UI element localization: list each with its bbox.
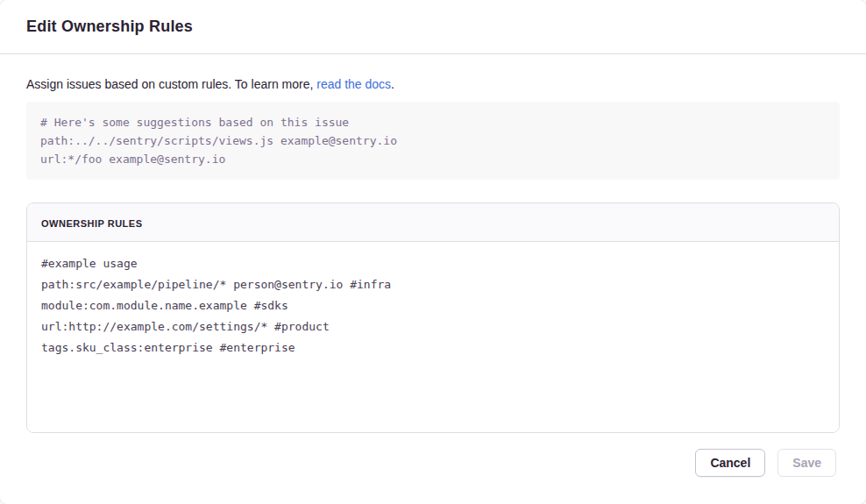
- cancel-button[interactable]: Cancel: [695, 449, 765, 477]
- read-the-docs-link[interactable]: read the docs: [316, 77, 391, 91]
- modal-body: Assign issues based on custom rules. To …: [0, 54, 866, 449]
- suggestions-code-block: # Here's some suggestions based on this …: [26, 102, 840, 180]
- save-button[interactable]: Save: [777, 449, 836, 477]
- edit-ownership-rules-modal: Edit Ownership Rules Assign issues based…: [0, 0, 866, 504]
- modal-header: Edit Ownership Rules: [0, 0, 866, 54]
- panel-header-label: OWNERSHIP RULES: [41, 218, 142, 229]
- panel-header: OWNERSHIP RULES: [27, 203, 839, 242]
- description-text-end: .: [391, 77, 394, 91]
- description-text: Assign issues based on custom rules. To …: [26, 77, 316, 91]
- modal-title: Edit Ownership Rules: [26, 18, 193, 36]
- ownership-rules-textarea[interactable]: #example usage path:src/example/pipeline…: [27, 242, 839, 432]
- modal-footer: Cancel Save: [0, 449, 866, 504]
- ownership-rules-panel: OWNERSHIP RULES #example usage path:src/…: [26, 202, 840, 433]
- description: Assign issues based on custom rules. To …: [26, 75, 840, 93]
